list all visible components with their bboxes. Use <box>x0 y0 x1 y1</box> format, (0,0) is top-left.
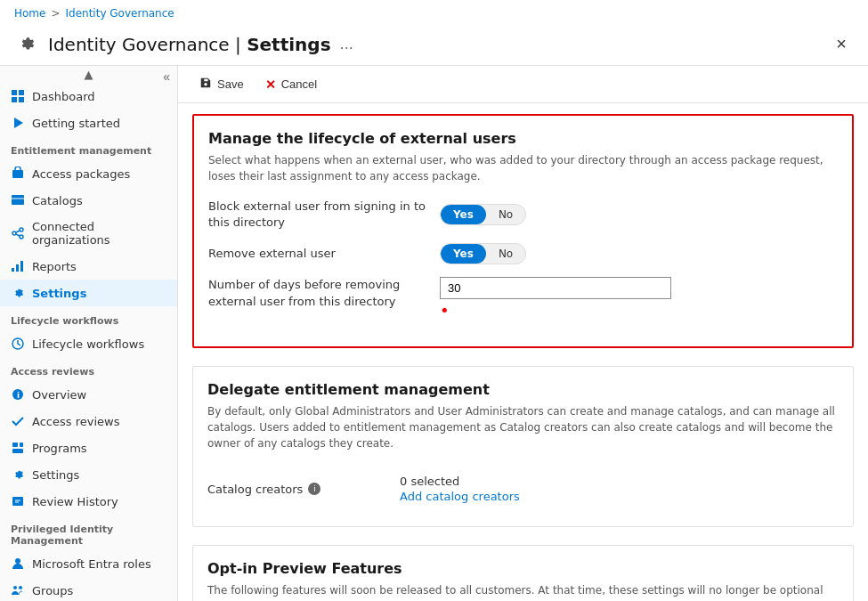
days-label: Number of days before removing external … <box>208 277 440 309</box>
sidebar-item-entra-roles[interactable]: Microsoft Entra roles <box>0 550 177 577</box>
sidebar-item-access-reviews-settings[interactable]: Settings <box>0 461 177 488</box>
remove-external-user-label: Remove external user <box>208 246 440 262</box>
breadcrumb: Home > Identity Governance <box>0 0 868 27</box>
reports-icon <box>11 259 25 273</box>
sidebar-programs-label: Programs <box>32 442 87 455</box>
block-no-option[interactable]: No <box>486 205 525 224</box>
lifecycle-workflows-section: Lifecycle workflows <box>0 306 177 330</box>
sidebar-item-programs[interactable]: Programs <box>0 435 177 461</box>
groups-icon <box>11 583 25 597</box>
pim-section-label: Privileged Identity Management <box>0 515 177 550</box>
getting-started-icon <box>11 116 25 130</box>
delegate-section: Delegate entitlement management By defau… <box>192 366 854 527</box>
save-icon <box>199 77 212 92</box>
block-toggle-group[interactable]: Yes No <box>440 204 526 225</box>
sidebar-groups-label: Groups <box>32 584 73 597</box>
block-external-user-row: Block external user from signing in to t… <box>208 199 838 231</box>
programs-icon <box>11 441 25 455</box>
catalog-info-icon[interactable]: i <box>308 483 320 495</box>
sidebar-connected-orgs-label: Connected organizations <box>32 220 166 247</box>
lifecycle-section-title: Manage the lifecycle of external users <box>208 130 838 147</box>
access-reviews-settings-icon <box>11 467 25 482</box>
breadcrumb-separator: > <box>51 7 60 20</box>
dashboard-icon <box>11 89 25 103</box>
sidebar-overview-label: Overview <box>32 388 86 402</box>
page-header-left: Identity Governance | Settings ... <box>14 32 353 57</box>
svg-rect-3 <box>19 97 24 102</box>
access-reviews-icon <box>11 414 25 428</box>
cancel-icon: ✕ <box>265 77 276 92</box>
sidebar-item-catalogs[interactable]: Catalogs <box>0 187 177 214</box>
svg-point-9 <box>20 228 23 231</box>
catalogs-icon <box>11 193 25 207</box>
breadcrumb-current[interactable]: Identity Governance <box>66 7 174 20</box>
sidebar-reports-label: Reports <box>32 260 77 273</box>
delegate-section-desc: By default, only Global Administrators a… <box>207 403 839 451</box>
sidebar-ar-settings-label: Settings <box>32 468 79 482</box>
remove-yes-option[interactable]: Yes <box>441 244 486 264</box>
sidebar: « ▲ Dashboard Getting started Entitlemen… <box>0 66 178 601</box>
svg-rect-21 <box>20 443 23 447</box>
save-button[interactable]: Save <box>192 73 251 95</box>
catalog-creators-label: Catalog creators i <box>207 483 385 496</box>
sidebar-entra-roles-label: Microsoft Entra roles <box>32 557 151 571</box>
sidebar-item-reports[interactable]: Reports <box>0 253 177 280</box>
sidebar-item-access-packages[interactable]: Access packages <box>0 160 177 187</box>
sidebar-catalogs-label: Catalogs <box>32 194 83 207</box>
svg-rect-13 <box>12 268 14 272</box>
more-options-icon[interactable]: ... <box>340 36 353 53</box>
cancel-button[interactable]: ✕ Cancel <box>258 74 324 95</box>
sidebar-dashboard-label: Dashboard <box>32 90 95 103</box>
sidebar-item-access-reviews[interactable]: Access reviews <box>0 408 177 435</box>
review-history-icon <box>11 494 25 508</box>
remove-no-option[interactable]: No <box>486 244 525 264</box>
catalog-creators-row: Catalog creators i 0 selected Add catalo… <box>207 466 839 512</box>
lifecycle-section-desc: Select what happens when an external use… <box>208 152 838 184</box>
svg-rect-20 <box>12 449 23 453</box>
svg-rect-6 <box>12 195 24 205</box>
sidebar-item-settings[interactable]: Settings <box>0 280 177 306</box>
block-yes-option[interactable]: Yes <box>441 205 486 224</box>
svg-line-12 <box>16 234 20 236</box>
catalog-creators-value: 0 selected Add catalog creators <box>400 475 520 503</box>
svg-rect-14 <box>16 264 19 272</box>
svg-point-25 <box>15 558 20 564</box>
svg-point-10 <box>20 235 23 239</box>
entra-roles-icon <box>11 556 25 571</box>
svg-text:i: i <box>17 391 20 400</box>
add-catalog-creators-link[interactable]: Add catalog creators <box>400 490 520 503</box>
svg-rect-2 <box>12 97 17 102</box>
svg-rect-19 <box>12 443 18 447</box>
sidebar-collapse-button[interactable]: « <box>163 69 170 84</box>
delegate-section-title: Delegate entitlement management <box>207 381 839 398</box>
days-input[interactable] <box>440 277 671 299</box>
entitlement-management-section: Entitlement management <box>0 136 177 160</box>
page-title: Identity Governance | Settings <box>48 34 331 55</box>
main-content: Save ✕ Cancel Manage the lifecycle of ex… <box>178 66 868 601</box>
close-button[interactable]: × <box>829 30 854 58</box>
lifecycle-section: Manage the lifecycle of external users S… <box>192 114 854 348</box>
sidebar-item-lifecycle-workflows[interactable]: Lifecycle workflows <box>0 330 177 357</box>
sidebar-item-overview[interactable]: i Overview <box>0 381 177 408</box>
sidebar-access-packages-label: Access packages <box>32 167 130 181</box>
block-toggle: Yes No <box>440 204 526 225</box>
svg-rect-5 <box>12 170 23 178</box>
breadcrumb-home[interactable]: Home <box>14 7 45 20</box>
optin-section-title: Opt-in Preview Features <box>207 560 839 577</box>
sidebar-item-groups[interactable]: Groups <box>0 577 177 601</box>
svg-line-11 <box>16 231 20 232</box>
sidebar-scroll-up[interactable]: ▲ <box>0 66 177 83</box>
sidebar-item-connected-organizations[interactable]: Connected organizations <box>0 214 177 253</box>
sidebar-item-review-history[interactable]: Review History <box>0 488 177 515</box>
connected-organizations-icon <box>11 226 25 240</box>
remove-toggle: Yes No <box>440 243 526 264</box>
sidebar-review-history-label: Review History <box>32 495 118 508</box>
block-external-user-label: Block external user from signing in to t… <box>208 199 440 231</box>
sidebar-item-dashboard[interactable]: Dashboard <box>0 83 177 110</box>
sidebar-lifecycle-workflows-label: Lifecycle workflows <box>32 337 144 351</box>
sidebar-item-getting-started[interactable]: Getting started <box>0 110 177 136</box>
svg-rect-15 <box>20 261 23 272</box>
remove-toggle-group[interactable]: Yes No <box>440 243 526 264</box>
access-packages-icon <box>11 166 25 181</box>
gear-icon <box>14 32 39 57</box>
